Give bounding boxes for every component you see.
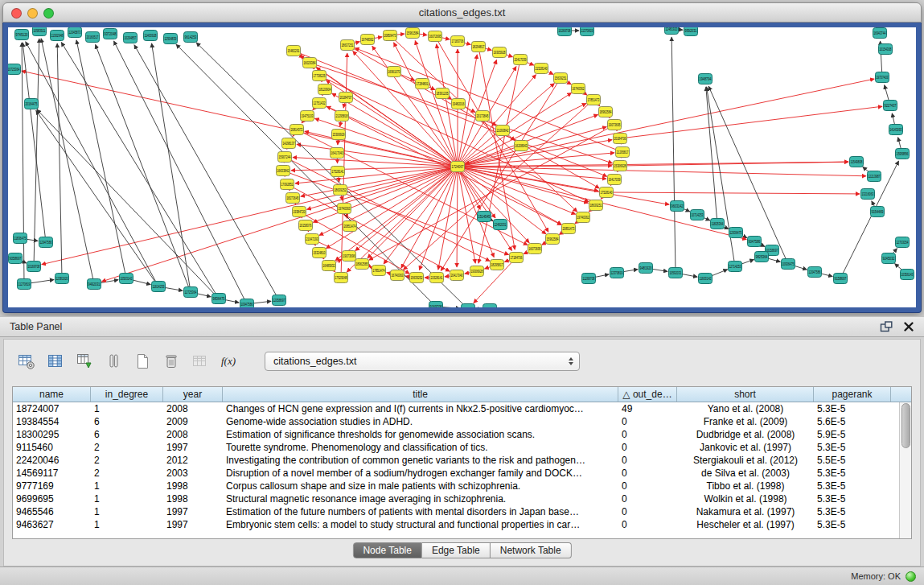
graph-node[interactable]: 20173845 [476,111,490,122]
graph-node[interactable]: 18294817 [472,42,486,52]
graph-node[interactable]: 17851474 [372,266,386,276]
graph-node[interactable]: 20851474 [343,221,357,232]
graph-node[interactable]: 11825364 [711,219,725,229]
graph-node[interactable]: 20184707 [339,93,353,103]
graph-node[interactable]: 11614253 [152,282,166,292]
graph-edge[interactable] [458,140,612,167]
function-builder-icon[interactable]: f(x) [218,351,240,373]
graph-edge[interactable] [176,44,436,307]
graph-node[interactable]: 11603142 [699,274,713,284]
graph-node[interactable]: 9227437 [884,101,897,111]
graph-node[interactable]: 10714253 [691,210,704,220]
graph-node[interactable]: 15482291 [287,46,301,56]
table-row[interactable]: 977716911998Corpus callosum shape and si… [13,480,899,492]
column-header-in_degree[interactable]: in_degree [91,387,163,402]
graph-node[interactable]: 15639252 [410,273,424,283]
graph-node[interactable]: 11549808 [850,157,864,167]
graph-node[interactable]: 1724067 [451,162,465,172]
graph-node[interactable]: 10503142 [120,274,133,284]
graph-node[interactable]: 12481920 [665,27,679,35]
graph-node[interactable]: 15907244 [278,152,292,163]
graph-node[interactable]: 11836475 [14,233,27,244]
graph-node[interactable]: 21093842 [496,126,510,136]
graph-edge[interactable] [152,43,191,292]
graph-node[interactable]: 10269708 [558,27,572,36]
import-table-icon[interactable] [73,351,95,373]
table-row[interactable]: 1830029562008Estimation of significance … [13,428,899,441]
graph-node[interactable]: 9836475 [212,294,226,304]
graph-node[interactable]: 10294857 [124,33,138,43]
graph-node[interactable]: 16961070 [388,67,401,77]
graph-node[interactable]: 21047293 [306,234,319,245]
graph-node[interactable]: 16740362 [572,84,585,94]
graph-node[interactable]: 18962584 [599,107,613,117]
graph-node[interactable]: 12370819 [610,268,624,278]
new-table-icon[interactable] [131,351,153,373]
graph-node[interactable]: 20814372 [290,125,304,135]
graph-node[interactable]: 21295818 [335,111,349,122]
graph-node[interactable]: 18295817 [491,260,504,270]
table-row[interactable]: 1938455462009Genome-wide association stu… [13,415,899,428]
graph-edge[interactable] [34,39,39,266]
graph-node[interactable]: 18120904 [318,84,332,95]
graph-node[interactable]: 11302948 [51,31,64,41]
graph-node[interactable]: 9614253 [184,32,198,43]
graph-node[interactable]: 12703054 [896,237,910,248]
close-panel-icon[interactable] [903,321,914,332]
table-row[interactable]: 946362711997Embryonic stem cells: a mode… [13,518,899,531]
float-panel-icon[interactable] [880,321,893,332]
graph-node[interactable]: 10154308 [879,44,893,55]
graph-edge[interactable] [620,106,882,138]
table-mode-icon[interactable] [15,351,37,373]
graph-node[interactable]: 18639252 [334,185,347,196]
graph-edge[interactable] [22,43,24,284]
graph-node[interactable]: 10169708 [27,262,41,272]
graph-node[interactable]: 18639251 [589,200,603,211]
graph-node[interactable]: 10356143 [901,270,914,280]
graph-node[interactable]: 12504839 [164,34,178,44]
graph-node[interactable]: 17529048 [335,273,348,283]
graph-node[interactable]: 9158697 [834,274,848,284]
graph-node[interactable]: 12047586 [808,267,822,278]
graph-node[interactable]: 10947586 [240,299,254,308]
graph-edge[interactable] [26,42,158,286]
graph-node[interactable]: 17851473 [587,95,601,105]
graph-node[interactable]: 19475103 [301,111,314,122]
graph-edge[interactable] [293,158,458,167]
zoom-window-button[interactable] [43,8,54,19]
graph-node[interactable]: 17528141 [331,167,345,177]
graph-node[interactable]: 19306928 [470,266,484,277]
graph-node[interactable]: 20417039 [514,55,528,65]
graph-node[interactable]: 9245032 [882,253,896,264]
graph-node[interactable]: 10270819 [462,304,475,308]
graph-node[interactable]: 20160517 [86,32,100,43]
graph-node[interactable]: 16073695 [528,244,542,254]
graph-node[interactable]: 20158376 [299,220,313,231]
row-height-icon[interactable] [102,351,124,373]
graph-edge[interactable] [368,167,458,258]
graph-node[interactable]: 17528140 [600,187,614,198]
graph-node[interactable]: 11370819 [581,27,594,36]
graph-node[interactable]: 9825364 [755,252,769,262]
table-row[interactable]: 911546021997Tourette syndrome. Phenomeno… [13,441,899,454]
graph-node[interactable]: 21528141 [430,273,444,283]
graph-node[interactable]: 11269708 [582,274,596,284]
graph-edge[interactable] [37,109,219,299]
column-header-title[interactable]: title [223,387,618,402]
graph-node[interactable]: 19073695 [608,120,622,130]
graph-node[interactable]: 1595856 [896,149,910,159]
graph-node[interactable]: 15306929 [332,130,346,140]
graph-node[interactable]: 14298137 [282,138,296,149]
graph-edge[interactable] [57,43,62,278]
graph-node[interactable]: 19305928 [493,47,507,58]
graph-node[interactable]: 11403928 [144,31,158,41]
graph-node[interactable]: 19482016 [452,99,466,109]
graph-node[interactable]: 20859473 [384,31,397,41]
show-columns-icon[interactable] [44,351,66,373]
graph-node[interactable]: 14143093 [889,125,903,135]
graph-node[interactable]: 10936475 [782,259,795,270]
graph-node[interactable]: 17738225 [313,71,326,81]
graph-node[interactable]: 12751432 [313,98,326,109]
table-row[interactable]: 2242004622012Investigating the contribut… [13,454,899,467]
delete-table-icon[interactable] [160,351,182,373]
